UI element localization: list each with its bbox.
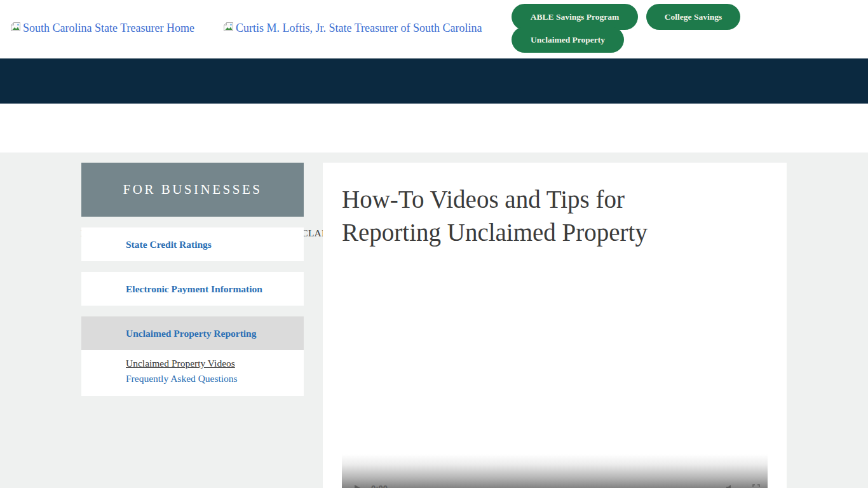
home-logo-alt-text: South Carolina State Treasurer Home	[23, 22, 194, 35]
broken-image-icon	[10, 22, 22, 32]
home-logo-link[interactable]: South Carolina State Treasurer Home	[10, 22, 194, 35]
page: South Carolina State Treasurer Home Curt…	[0, 0, 868, 488]
video-time-label: 0:00	[371, 484, 388, 488]
sidebar-title: FOR BUSINESSES	[81, 163, 304, 217]
breadcrumb-band: HOME/WHAT WE DO/FOR BUSINESSES/UNCLAIMED…	[0, 104, 868, 152]
unclaimed-property-button[interactable]: Unclaimed Property	[512, 27, 624, 53]
page-title: How-To Videos and Tips for Reporting Unc…	[342, 183, 710, 249]
sidebar-subitem-frequently-asked-questions[interactable]: Frequently Asked Questions	[126, 371, 297, 386]
treasurer-logo-alt-text: Curtis M. Loftis, Jr. State Treasurer of…	[236, 22, 482, 35]
sidebar-item-electronic-payment-information[interactable]: Electronic Payment Information	[81, 272, 304, 306]
play-icon[interactable]	[353, 484, 361, 488]
sidebar-sublist: Unclaimed Property Videos Frequently Ask…	[81, 350, 304, 396]
main-nav: About Us What We Do Resources How Do I..…	[0, 58, 868, 104]
college-savings-button[interactable]: College Savings	[646, 4, 740, 30]
main-content: How-To Videos and Tips for Reporting Unc…	[323, 163, 787, 488]
sidebar-item-unclaimed-property-reporting[interactable]: Unclaimed Property Reporting	[81, 316, 304, 350]
video-player[interactable]: 0:00	[342, 454, 768, 488]
sidebar-item-state-credit-ratings[interactable]: State Credit Ratings	[81, 227, 304, 261]
volume-icon[interactable]	[726, 484, 735, 488]
sidebar-subitem-unclaimed-property-videos[interactable]: Unclaimed Property Videos	[126, 356, 297, 371]
treasurer-logo-link[interactable]: Curtis M. Loftis, Jr. State Treasurer of…	[222, 22, 482, 35]
broken-image-icon	[222, 22, 234, 32]
site-header: South Carolina State Treasurer Home Curt…	[0, 0, 868, 58]
sidebar: FOR BUSINESSES State Credit Ratings Elec…	[81, 163, 304, 396]
able-savings-program-button[interactable]: ABLE Savings Program	[512, 4, 638, 30]
fullscreen-icon[interactable]	[752, 484, 760, 488]
